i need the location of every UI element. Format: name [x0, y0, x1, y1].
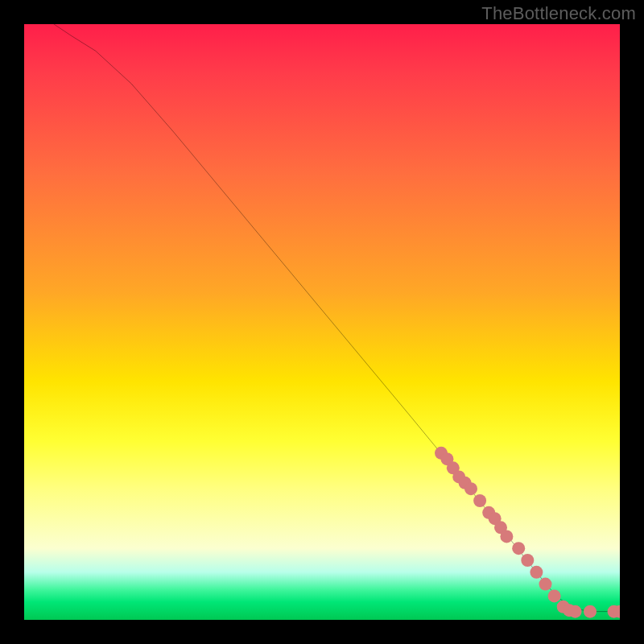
data-marker	[584, 605, 597, 618]
chart-svg	[24, 24, 620, 620]
data-marker	[530, 566, 543, 579]
data-marker	[569, 605, 582, 618]
bottleneck-curve	[54, 24, 620, 612]
chart-frame: TheBottleneck.com	[0, 0, 644, 644]
data-marker	[512, 542, 525, 555]
data-marker	[548, 589, 561, 602]
data-marker	[521, 554, 534, 567]
data-markers	[435, 447, 620, 618]
watermark-text: TheBottleneck.com	[481, 3, 636, 24]
data-marker	[473, 494, 486, 507]
data-marker	[539, 578, 552, 591]
data-marker	[500, 530, 513, 543]
data-marker	[464, 482, 477, 495]
plot-area	[24, 24, 620, 620]
